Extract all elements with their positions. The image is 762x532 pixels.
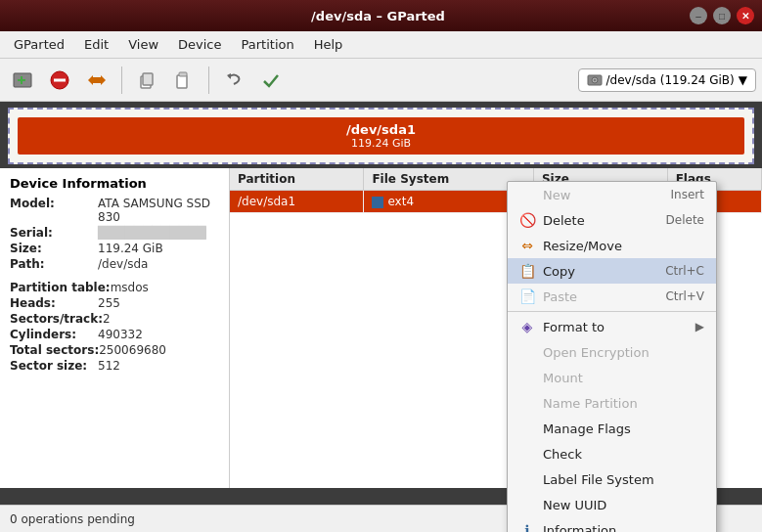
toolbar-undo-button[interactable] — [217, 64, 250, 97]
ctx-item-format-to[interactable]: ◈ Format to ▶ — [508, 314, 716, 339]
ctx-item-check[interactable]: Check — [508, 441, 716, 466]
ctx-delete-icon: 🚫 — [519, 212, 535, 228]
close-button[interactable]: ✕ — [737, 7, 754, 24]
ctx-check-icon — [519, 446, 535, 462]
menu-view[interactable]: View — [118, 33, 168, 56]
disk-icon — [587, 72, 603, 88]
svg-marker-7 — [101, 75, 106, 85]
info-label-total-sectors: Total sectors: — [10, 343, 99, 357]
toolbar-apply-button[interactable] — [254, 64, 288, 97]
ctx-item-copy[interactable]: 📋 Copy Ctrl+C — [508, 258, 716, 284]
menu-device[interactable]: Device — [168, 33, 231, 56]
info-value-size: 119.24 GiB — [98, 242, 163, 255]
ctx-information-icon: ℹ — [519, 522, 535, 532]
info-value-partition-table: msdos — [111, 281, 149, 294]
svg-point-15 — [594, 79, 596, 81]
ctx-resize-label: Resize/Move — [543, 239, 696, 253]
ctx-delete-label: Delete — [543, 213, 658, 228]
ctx-mount-icon — [519, 370, 535, 385]
title-bar: /dev/sda – GParted – □ ✕ — [0, 0, 762, 31]
ctx-name-partition-icon — [519, 395, 535, 411]
info-row-heads: Heads: 255 — [10, 296, 219, 310]
ctx-item-delete[interactable]: 🚫 Delete Delete — [508, 207, 716, 233]
info-label-sectors-track: Sectors/track: — [10, 312, 103, 326]
info-value-model: ATA SAMSUNG SSD 830 — [98, 197, 219, 224]
info-row-serial: Serial: ████████████ — [10, 226, 219, 240]
ctx-new-shortcut: Insert — [671, 188, 704, 201]
info-row-cylinders: Cylinders: 490332 — [10, 328, 219, 341]
disk-partition-bar[interactable]: /dev/sda1 119.24 GiB — [18, 117, 744, 155]
info-divider-1 — [10, 273, 219, 281]
svg-marker-5 — [88, 75, 93, 85]
disk-partition-name: /dev/sda1 — [346, 122, 416, 137]
ctx-item-manage-flags[interactable]: Manage Flags — [508, 416, 716, 441]
disk-visual: /dev/sda1 119.24 GiB — [8, 108, 754, 164]
info-label-model: Model: — [10, 197, 98, 224]
cell-partition: /dev/sda1 — [230, 191, 364, 213]
new-partition-icon — [12, 69, 33, 91]
menu-gparted[interactable]: GParted — [4, 33, 74, 56]
toolbar-separator-2 — [208, 66, 209, 94]
ctx-new-uuid-icon — [519, 497, 535, 512]
ctx-item-information[interactable]: ℹ Information — [508, 517, 716, 532]
ctx-item-label-fs[interactable]: Label File System — [508, 466, 716, 492]
ctx-name-partition-label: Name Partition — [543, 396, 704, 411]
ctx-information-label: Information — [543, 523, 704, 533]
ctx-format-label: Format to — [543, 320, 688, 334]
toolbar-delete-button[interactable] — [43, 64, 76, 97]
undo-icon — [223, 69, 245, 91]
info-row-size: Size: 119.24 GiB — [10, 242, 219, 255]
toolbar-separator-1 — [121, 66, 122, 94]
ctx-item-new[interactable]: New Insert — [508, 182, 716, 207]
info-label-sector-size: Sector size: — [10, 359, 98, 373]
ctx-copy-label: Copy — [543, 264, 657, 279]
ctx-manage-flags-label: Manage Flags — [543, 421, 704, 436]
toolbar-new-button[interactable] — [6, 64, 39, 97]
info-row-model: Model: ATA SAMSUNG SSD 830 — [10, 197, 219, 224]
minimize-button[interactable]: – — [690, 7, 707, 24]
menu-help[interactable]: Help — [304, 33, 353, 56]
ctx-item-resize[interactable]: ⇔ Resize/Move — [508, 233, 716, 258]
info-row-path: Path: /dev/sda — [10, 257, 219, 271]
ctx-resize-icon: ⇔ — [519, 238, 535, 253]
toolbar-resize-button[interactable] — [80, 64, 113, 97]
ctx-item-open-encryption[interactable]: Open Encryption — [508, 339, 716, 365]
ctx-item-new-uuid[interactable]: New UUID — [508, 492, 716, 517]
maximize-button[interactable]: □ — [713, 7, 731, 24]
toolbar-paste-button[interactable] — [167, 64, 201, 97]
info-value-cylinders: 490332 — [98, 328, 143, 341]
info-label-cylinders: Cylinders: — [10, 328, 98, 341]
svg-rect-10 — [177, 75, 187, 88]
device-info-panel: Device Information Model: ATA SAMSUNG SS… — [0, 168, 230, 488]
device-selector[interactable]: /dev/sda (119.24 GiB) ▼ — [578, 68, 757, 92]
ctx-item-paste[interactable]: 📄 Paste Ctrl+V — [508, 284, 716, 309]
menu-edit[interactable]: Edit — [74, 33, 118, 56]
info-value-path: /dev/sda — [98, 257, 148, 271]
info-label-size: Size: — [10, 242, 98, 255]
menu-partition[interactable]: Partition — [232, 33, 304, 56]
info-value-total-sectors: 250069680 — [99, 343, 166, 357]
ctx-label-fs-icon — [519, 471, 535, 487]
svg-rect-11 — [179, 72, 187, 76]
ctx-format-arrow: ▶ — [695, 320, 704, 333]
ctx-item-mount[interactable]: Mount — [508, 365, 716, 390]
ctx-new-icon — [519, 187, 535, 202]
svg-marker-12 — [227, 73, 231, 79]
ctx-new-label: New — [543, 188, 663, 202]
toolbar-copy-button[interactable] — [130, 64, 163, 97]
ctx-format-icon: ◈ — [519, 319, 535, 334]
paste-icon — [173, 69, 195, 91]
ctx-item-name-partition[interactable]: Name Partition — [508, 390, 716, 416]
info-label-partition-table: Partition table: — [10, 281, 111, 294]
ctx-separator-1 — [508, 311, 716, 312]
ctx-paste-icon: 📄 — [519, 288, 535, 304]
copy-icon — [136, 69, 157, 91]
svg-rect-6 — [93, 77, 101, 83]
col-partition: Partition — [230, 168, 364, 191]
info-row-sector-size: Sector size: 512 — [10, 359, 219, 373]
info-value-sectors-track: 2 — [103, 312, 111, 326]
info-label-serial: Serial: — [10, 226, 98, 240]
menu-bar: GParted Edit View Device Partition Help — [0, 31, 762, 59]
disk-partition-size: 119.24 GiB — [351, 137, 411, 150]
svg-rect-9 — [143, 73, 153, 85]
